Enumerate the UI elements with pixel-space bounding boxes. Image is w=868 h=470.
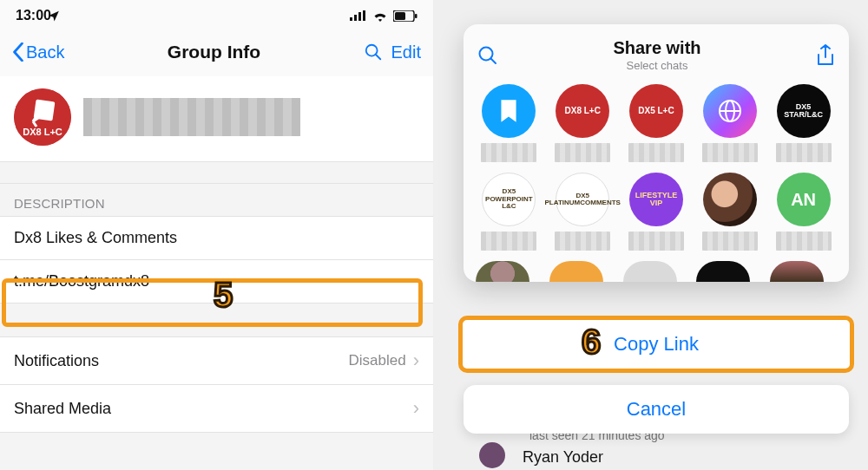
annotation-number-6: 6 — [582, 323, 601, 362]
section-gap — [0, 161, 433, 184]
group-header: DX8 L+C — [0, 76, 433, 161]
sheet-subtitle: Select chats — [498, 59, 816, 72]
share-sheet: Share with Select chats DX8 L+C DX5 L+C — [464, 24, 849, 282]
copy-link-button[interactable]: Copy Link — [458, 316, 854, 373]
shared-media-row[interactable]: Shared Media › — [0, 385, 433, 433]
chevron-right-icon: › — [413, 397, 419, 420]
back-button[interactable]: Back — [12, 42, 64, 62]
bg-avatar — [479, 442, 505, 468]
battery-icon — [393, 10, 418, 22]
chat-avatar-peek[interactable] — [623, 261, 677, 282]
group-avatar[interactable]: DX8 L+C — [14, 88, 71, 146]
svg-rect-3 — [363, 10, 365, 21]
svg-rect-0 — [350, 17, 352, 21]
chat-globe[interactable] — [696, 84, 763, 162]
globe-icon — [703, 84, 757, 138]
chat-label-redacted — [555, 232, 610, 251]
chevron-right-icon: › — [413, 349, 419, 372]
share-grid: DX8 L+C DX5 L+C DX5 STAR/L&C DX5 POWERPO… — [472, 75, 840, 256]
chat-avatar-peek[interactable] — [770, 261, 824, 282]
search-icon — [477, 45, 498, 66]
chat-label-redacted — [555, 143, 610, 162]
description-text-row: Dx8 Likes & Comments — [0, 216, 433, 260]
back-label: Back — [26, 42, 64, 62]
chat-avatar-peek[interactable] — [696, 261, 750, 282]
chat-saved-messages[interactable] — [476, 84, 542, 162]
copy-link-label: Copy Link — [614, 333, 699, 356]
left-screenshot: 13:00 Back Group Info Edit — [0, 0, 434, 470]
svg-rect-6 — [415, 14, 418, 18]
chat-dx5[interactable]: DX5 L+C — [623, 84, 690, 162]
svg-line-12 — [491, 58, 496, 63]
description-header: DESCRIPTION — [0, 184, 433, 216]
chevron-left-icon — [12, 42, 24, 62]
status-icons — [350, 10, 418, 22]
sheet-header: Share with Select chats — [472, 35, 840, 75]
chat-dx5-star[interactable]: DX5 STAR/L&C — [770, 84, 837, 162]
right-screenshot: last seen 21 minutes ago Ryan Yoder Shar… — [434, 0, 868, 470]
nav-bar: Back Group Info Edit — [0, 28, 433, 76]
group-name-redacted — [83, 98, 300, 136]
bookmark-icon — [482, 84, 536, 138]
chat-label-redacted — [776, 143, 832, 162]
sheet-title-block: Share with Select chats — [498, 38, 816, 72]
edit-button[interactable]: Edit — [391, 42, 421, 62]
avatar-graphic — [14, 88, 71, 146]
chat-label-redacted — [628, 232, 684, 251]
search-icon — [364, 42, 383, 62]
chat-avatar — [703, 173, 757, 226]
sheet-search-button[interactable] — [477, 45, 498, 66]
annotation-number-5: 5 — [214, 276, 233, 315]
chat-avatar: AN — [777, 173, 831, 226]
chat-powerpoint[interactable]: DX5 POWERPOINT L&C — [476, 173, 542, 251]
chat-an[interactable]: AN — [770, 173, 837, 251]
notifications-value: Disabled — [349, 352, 406, 369]
share-grid-row3 — [472, 256, 840, 282]
wifi-icon — [372, 10, 388, 22]
chat-avatar: LIFESTYLE VIP — [629, 173, 683, 226]
chat-label-redacted — [481, 143, 536, 162]
svg-line-8 — [375, 55, 380, 60]
chat-lifestyle[interactable]: LIFESTYLE VIP — [623, 173, 690, 251]
svg-rect-1 — [354, 15, 357, 21]
search-button[interactable] — [364, 42, 383, 62]
description-text: Dx8 Likes & Comments — [14, 229, 177, 247]
page-title: Group Info — [168, 42, 260, 62]
notifications-row[interactable]: Notifications Disabled › — [0, 336, 433, 385]
chat-avatar-peek[interactable] — [549, 261, 603, 282]
bg-contact-name: Ryan Yoder — [523, 448, 603, 467]
notifications-label: Notifications — [14, 352, 99, 370]
signal-icon — [350, 10, 367, 21]
chat-avatar: DX5 PLATINUMCOMMENTS — [556, 173, 609, 226]
shared-media-label: Shared Media — [14, 400, 111, 418]
chat-avatar: DX5 POWERPOINT L&C — [482, 173, 536, 226]
chat-platinum[interactable]: DX5 PLATINUMCOMMENTS — [549, 173, 616, 251]
svg-rect-2 — [358, 12, 361, 21]
status-time: 13:00 — [16, 8, 51, 23]
chat-label-redacted — [776, 232, 832, 251]
location-icon — [48, 10, 60, 22]
chat-label-redacted — [628, 143, 684, 162]
chat-avatar-peek[interactable] — [476, 261, 529, 282]
chat-photo[interactable] — [696, 173, 763, 251]
chat-avatar: DX5 STAR/L&C — [777, 84, 831, 138]
share-icon — [816, 44, 835, 67]
svg-rect-5 — [395, 12, 405, 20]
chat-label-redacted — [481, 232, 536, 251]
chat-avatar: DX5 L+C — [629, 84, 683, 138]
chat-label-redacted — [702, 232, 758, 251]
avatar-text: DX8 L+C — [14, 127, 71, 137]
chat-avatar: DX8 L+C — [556, 84, 609, 138]
sheet-title: Share with — [498, 38, 816, 58]
chat-label-redacted — [702, 143, 758, 162]
cancel-button[interactable]: Cancel — [464, 385, 849, 434]
cancel-label: Cancel — [627, 398, 686, 421]
group-link-text: t.me/Boostgramdx8 — [14, 272, 149, 290]
sheet-share-button[interactable] — [816, 44, 835, 67]
status-bar: 13:00 — [0, 0, 433, 28]
chat-dx8[interactable]: DX8 L+C — [549, 84, 616, 162]
nav-right: Edit — [364, 42, 421, 62]
